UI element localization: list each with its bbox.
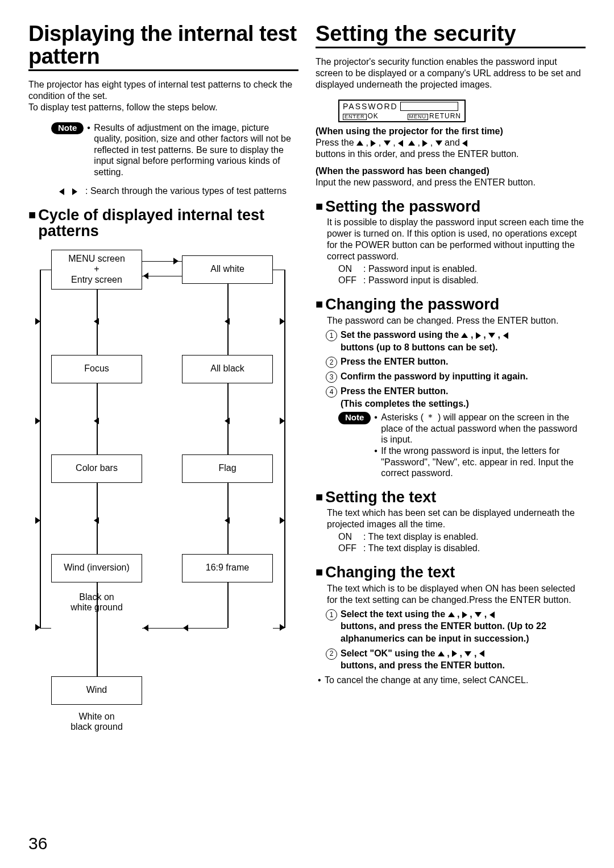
first-time-header: (When using the projector for the first …: [316, 126, 586, 137]
left-intro: The projector has eight types of interna…: [28, 79, 298, 113]
down-arrow-icon: [488, 333, 495, 338]
changed-body: Input the new password, and press the EN…: [316, 177, 586, 188]
box-focus: Focus: [51, 355, 142, 383]
right-arrow-icon: [280, 318, 285, 325]
box-windinv: Wind (inversion): [51, 554, 142, 582]
left-heading: Displaying the internal test pattern: [28, 23, 298, 71]
box-colorbars: Color bars: [51, 454, 142, 483]
arrow-legend-text: : Search through the various types of te…: [85, 185, 287, 197]
setting-password-body: It is possible to display the password i…: [327, 217, 586, 262]
label-wb: White onblack ground: [51, 712, 142, 733]
left-arrow-icon: [94, 418, 99, 424]
note-pill: Note: [338, 412, 371, 424]
changing-text-body: The text which is to be displayed when O…: [327, 583, 586, 606]
right-arrow-icon: [422, 140, 428, 147]
right-arrow-icon: [35, 318, 40, 325]
note-pill: Note: [51, 122, 84, 134]
left-arrow-icon: [225, 318, 230, 325]
left-arrow-icon: [225, 517, 230, 524]
box-menu: MENU screen+Entry screen: [51, 250, 142, 290]
box-flag: Flag: [182, 454, 273, 483]
right-arrow-icon: [35, 418, 40, 424]
left-arrow-icon: [398, 140, 403, 147]
left-arrow-icon: [94, 517, 99, 524]
down-arrow-icon: [464, 651, 471, 656]
box-allblack: All black: [182, 355, 273, 383]
right-arrow-icon: [280, 624, 285, 631]
left-arrow-icon: [479, 650, 484, 657]
password-dialog: PASSWORD ENTEROK MENURETURN: [338, 100, 466, 122]
cycle-heading: ■Cycle of displayed internal test patter…: [28, 207, 298, 239]
setting-password-heading: ■Setting the password: [316, 199, 586, 215]
up-arrow-icon: [461, 333, 468, 338]
down-arrow-icon: [475, 612, 482, 617]
right-arrow-icon: [72, 188, 77, 195]
right-arrow-icon: [35, 517, 40, 524]
changing-password-heading: ■Changing the password: [316, 296, 586, 313]
up-arrow-icon: [448, 612, 455, 617]
changing-text-heading: ■Changing the text: [316, 564, 586, 581]
right-arrow-icon: [462, 611, 467, 618]
up-arrow-icon: [356, 140, 363, 146]
right-arrow-icon: [280, 418, 285, 424]
down-arrow-icon: [384, 140, 391, 146]
right-arrow-icon: [173, 258, 179, 264]
left-arrow-icon: [225, 418, 230, 424]
left-arrow-icon: [94, 318, 99, 325]
left-arrow-icon: [183, 625, 188, 631]
test-pattern-diagram: MENU screen+Entry screen All white Focus…: [28, 244, 290, 784]
setting-text-body: The text which has been set can be displ…: [327, 507, 586, 530]
note-text: Results of adjustment on the image, pict…: [94, 122, 298, 178]
right-arrow-icon: [476, 332, 481, 339]
left-arrow-icon: [59, 188, 64, 195]
label-bw: Black onwhite ground: [51, 592, 142, 613]
down-arrow-icon: [435, 140, 442, 146]
left-arrow-icon: [503, 332, 508, 339]
left-arrow-icon: [143, 625, 148, 631]
box-allwhite: All white: [182, 255, 273, 284]
box-wind: Wind: [51, 676, 142, 705]
changing-password-body: The password can be changed. Press the E…: [327, 315, 586, 326]
page-number: 36: [28, 834, 47, 853]
right-arrow-icon: [452, 650, 457, 657]
box-frame169: 16:9 frame: [182, 554, 273, 582]
up-arrow-icon: [438, 651, 445, 656]
left-arrow-icon: [143, 272, 148, 279]
left-arrow-icon: [489, 611, 495, 618]
password-label: PASSWORD: [343, 102, 398, 111]
password-field: [400, 102, 458, 111]
left-arrow-icon: [462, 140, 467, 147]
setting-text-heading: ■Setting the text: [316, 489, 586, 506]
changed-header: (When the password has been changed): [316, 166, 586, 177]
up-arrow-icon: [408, 140, 415, 146]
right-heading: Setting the security: [316, 23, 586, 48]
right-arrow-icon: [35, 624, 40, 631]
right-arrow-icon: [371, 140, 376, 147]
security-intro: The projector's security function enable…: [316, 56, 586, 90]
right-arrow-icon: [280, 517, 285, 524]
